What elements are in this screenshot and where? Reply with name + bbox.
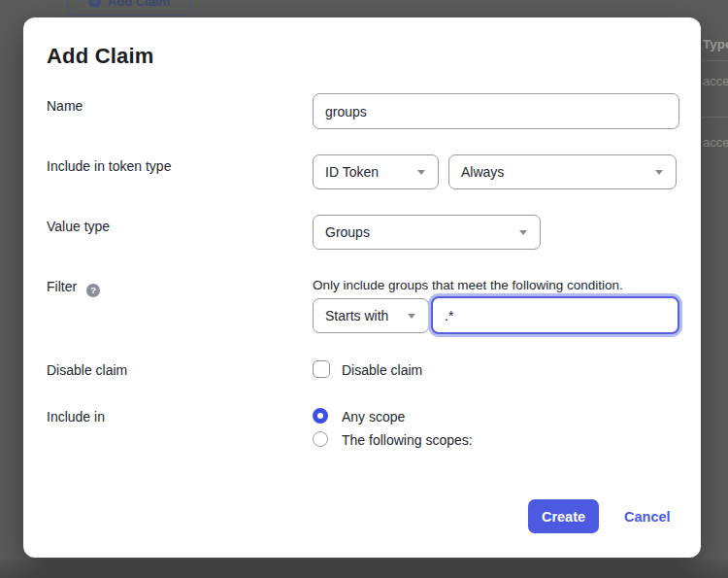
background-table-cell: acce [703, 74, 728, 88]
filter-value-input[interactable]: .* [431, 296, 679, 334]
background-bottom-band [0, 560, 728, 578]
help-icon[interactable]: ? [86, 284, 100, 297]
any-scope-radio[interactable] [313, 408, 328, 424]
following-scopes-radio-label[interactable]: The following scopes: [342, 432, 473, 448]
table-divider [701, 117, 728, 118]
background-add-claim-label: Add Claim [108, 0, 170, 9]
filter-label-text: Filter [47, 279, 77, 294]
value-type-label: Value type [47, 219, 110, 234]
token-type-label: Include in token type [47, 158, 171, 174]
include-in-label: Include in [47, 409, 105, 425]
chevron-down-icon [519, 230, 527, 235]
disable-claim-label: Disable claim [47, 362, 127, 378]
add-claim-dialog: Add Claim Name groups Include in token t… [23, 17, 701, 558]
background-table-cell: acce [703, 135, 728, 150]
background-table-header: Type [703, 37, 728, 51]
token-frequency-select-value: Always [461, 164, 504, 180]
plus-icon: + [88, 0, 101, 8]
token-frequency-select[interactable]: Always [448, 154, 677, 189]
name-label: Name [47, 98, 83, 114]
create-button[interactable]: Create [528, 499, 599, 533]
dialog-title: Add Claim [47, 44, 154, 69]
disable-claim-checkbox[interactable] [313, 360, 330, 378]
filter-condition-select-value: Starts with [325, 308, 388, 323]
dialog-footer: Create Cancel [528, 499, 671, 533]
any-scope-radio-label[interactable]: Any scope [342, 409, 405, 425]
filter-label: Filter? [47, 279, 100, 297]
cancel-button[interactable]: Cancel [624, 509, 671, 525]
background-table-column: Type acce acce [701, 0, 728, 578]
filter-value-input-value: .* [445, 308, 453, 323]
name-input-value: groups [325, 104, 367, 119]
chevron-down-icon [408, 314, 415, 319]
background-add-claim-button: + Add Claim [67, 0, 191, 16]
value-type-select[interactable]: Groups [313, 215, 541, 250]
token-type-select[interactable]: ID Token [313, 154, 439, 189]
filter-condition-select[interactable]: Starts with [313, 298, 429, 333]
disable-claim-checkbox-label[interactable]: Disable claim [342, 362, 422, 378]
filter-hint-text: Only include groups that meet the follow… [313, 278, 623, 292]
chevron-down-icon [417, 170, 425, 175]
token-type-select-value: ID Token [325, 164, 379, 180]
table-divider [701, 60, 728, 61]
name-input[interactable]: groups [313, 93, 679, 129]
value-type-select-value: Groups [325, 224, 370, 240]
chevron-down-icon [655, 170, 663, 175]
following-scopes-radio[interactable] [313, 431, 328, 447]
